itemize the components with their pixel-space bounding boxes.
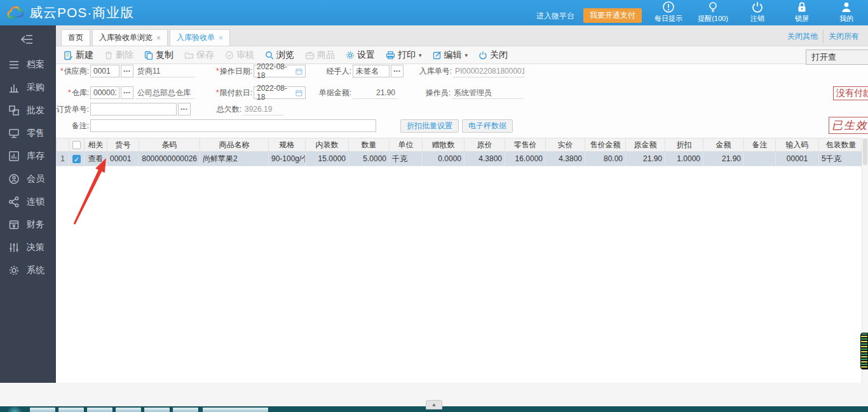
calendar-icon[interactable] xyxy=(295,90,302,96)
col-pack-qty[interactable]: 包装数量 xyxy=(819,138,864,152)
sidebar-item-purchase[interactable]: 采购 xyxy=(0,76,56,99)
discount-batch-button[interactable]: 折扣批量设置 xyxy=(400,119,459,133)
cell-spec: 90-100g/个96 xyxy=(269,152,306,166)
order-no-input[interactable] xyxy=(90,103,177,116)
reminder-button[interactable]: 提醒(100) xyxy=(695,1,731,23)
cell-view-link[interactable]: 查看 xyxy=(85,152,107,166)
pay-due-input[interactable]: 2022-08-18 xyxy=(254,86,306,99)
sidebar-collapse-button[interactable] xyxy=(0,25,56,53)
cell-retail-price: 16.0000 xyxy=(505,152,546,166)
audit-button[interactable]: 审核 xyxy=(225,50,254,61)
new-button[interactable]: 新建 xyxy=(64,50,93,61)
sidebar-item-decision[interactable]: 决策 xyxy=(0,236,56,259)
tab-receipt-browse[interactable]: 入库验收单浏览 × xyxy=(92,29,168,46)
cell-discount: 1.0000 xyxy=(665,152,703,166)
delete-button[interactable]: 删除 xyxy=(104,50,133,61)
col-related[interactable]: 相关 xyxy=(85,138,107,152)
settings-button[interactable]: 设置 xyxy=(346,50,375,61)
op-date-input[interactable]: 2022-08-18 xyxy=(254,65,306,77)
col-qty[interactable]: 数量 xyxy=(349,138,390,152)
warehouse-code-input[interactable] xyxy=(90,86,119,99)
tab-close-icon[interactable]: × xyxy=(156,34,161,43)
sidebar-item-archive[interactable]: 档案 xyxy=(0,53,56,76)
col-barcode[interactable]: 条码 xyxy=(139,138,200,152)
close-others-link[interactable]: 关闭其他 xyxy=(782,30,824,43)
col-name[interactable]: 商品名称 xyxy=(200,138,269,152)
tab-close-icon[interactable]: × xyxy=(219,34,223,43)
col-retail-amount[interactable]: 售价金额 xyxy=(585,138,626,152)
remark-input[interactable] xyxy=(90,119,376,132)
copy-button[interactable]: 复制 xyxy=(144,50,173,61)
col-gift-qty[interactable]: 赠散数 xyxy=(423,138,465,152)
open-payment-button[interactable]: 我要开通支付 xyxy=(583,8,642,23)
col-item-no[interactable]: 货号 xyxy=(107,138,139,152)
enter-micro-platform-link[interactable]: 进入微平台 xyxy=(536,11,574,23)
browse-button[interactable]: 浏览 xyxy=(265,50,294,61)
sidebar-item-inventory[interactable]: 库存 xyxy=(0,145,56,168)
open-query-button[interactable]: 打开查 xyxy=(806,50,868,65)
taskbar-button[interactable] xyxy=(58,407,85,412)
start-button[interactable] xyxy=(8,407,22,412)
tab-home[interactable]: 首页 xyxy=(61,29,90,46)
select-all-checkbox[interactable] xyxy=(72,141,81,149)
sidebar-item-retail[interactable]: 零售 xyxy=(0,122,56,145)
handler-lookup-button[interactable]: ••• xyxy=(391,65,403,77)
daily-tips-button[interactable]: 每日提示 xyxy=(651,1,686,23)
close-all-link[interactable]: 关闭所有 xyxy=(824,30,864,43)
col-inner-qty[interactable]: 内装数 xyxy=(306,138,349,152)
scrollbar-thumb[interactable] xyxy=(863,138,867,165)
printer-icon xyxy=(386,51,395,60)
cell-amount: 21.90 xyxy=(703,152,744,166)
col-remark[interactable]: 备注 xyxy=(744,138,776,152)
chevron-down-icon: ▾ xyxy=(465,52,468,58)
toolbar: 新建 删除 复制 保存 审核 浏览 商品 设置 打印 ▾ 编辑 ▾ 关闭 xyxy=(56,47,868,64)
col-retail-price[interactable]: 零售价 xyxy=(505,138,546,152)
supplier-code-input[interactable] xyxy=(90,65,119,77)
taskbar-button[interactable] xyxy=(115,407,142,412)
table-row[interactable]: 1 ✓ 查看 00001 8000000000026 尚鲜苹果2 90-100g… xyxy=(57,152,864,166)
col-spec[interactable]: 规格 xyxy=(269,138,306,152)
close-button[interactable]: 关闭 xyxy=(478,50,508,61)
col-input-code[interactable]: 输入码 xyxy=(776,138,819,152)
scroll-up-button[interactable]: ▲ xyxy=(426,400,442,409)
sidebar-item-finance[interactable]: 财务 xyxy=(0,213,56,236)
scale-data-button[interactable]: 电子秤数据 xyxy=(462,119,513,133)
sidebar-item-member[interactable]: 会员 xyxy=(0,168,56,190)
row-checkbox[interactable]: ✓ xyxy=(72,155,81,163)
goods-button[interactable]: 商品 xyxy=(305,50,335,61)
items-grid: 相关 货号 条码 商品名称 规格 内装数 数量 单位 赠散数 原价 零售价 实价… xyxy=(56,138,863,166)
sidebar-item-wholesale[interactable]: 批发 xyxy=(0,99,56,122)
sidebar-item-chain[interactable]: 连锁 xyxy=(0,190,56,213)
sidebar-item-system[interactable]: 系统 xyxy=(0,259,56,282)
col-actual-price[interactable]: 实价 xyxy=(546,138,585,152)
cell-qty: 5.0000 xyxy=(349,152,390,166)
no-payment-stamp: 没有付款 xyxy=(833,86,868,100)
taskbar-button[interactable] xyxy=(29,407,56,412)
calendar-icon[interactable] xyxy=(295,68,302,75)
order-no-lookup-button[interactable]: ••• xyxy=(178,103,191,116)
cell-barcode: 8000000000026 xyxy=(139,152,200,166)
supplier-lookup-button[interactable]: ••• xyxy=(121,65,133,77)
taskbar-button[interactable] xyxy=(202,407,269,412)
col-amount[interactable]: 金额 xyxy=(703,138,744,152)
tab-receipt-form[interactable]: 入库验收单 × xyxy=(170,29,230,46)
handler-input[interactable] xyxy=(353,65,390,77)
profile-button[interactable]: 我的 xyxy=(829,1,864,23)
col-discount[interactable]: 折扣 xyxy=(665,138,703,152)
copy-icon xyxy=(144,51,153,60)
edit-button[interactable]: 编辑 ▾ xyxy=(433,50,468,61)
col-select[interactable] xyxy=(69,138,85,152)
col-orig-amount[interactable]: 原金额 xyxy=(626,138,665,152)
row-select-cell[interactable]: ✓ xyxy=(69,152,85,166)
taskbar-button[interactable] xyxy=(86,407,113,412)
taskbar-button[interactable] xyxy=(144,407,170,412)
logout-button[interactable]: 注销 xyxy=(740,1,775,23)
col-unit[interactable]: 单位 xyxy=(390,138,423,152)
col-orig-price[interactable]: 原价 xyxy=(465,138,505,152)
power-close-icon xyxy=(478,51,487,60)
lock-screen-button[interactable]: 锁屏 xyxy=(784,1,820,23)
save-button[interactable]: 保存 xyxy=(184,50,214,61)
warehouse-lookup-button[interactable]: ••• xyxy=(121,86,133,99)
print-button[interactable]: 打印 ▾ xyxy=(386,50,422,61)
taskbar-button[interactable] xyxy=(172,407,199,412)
